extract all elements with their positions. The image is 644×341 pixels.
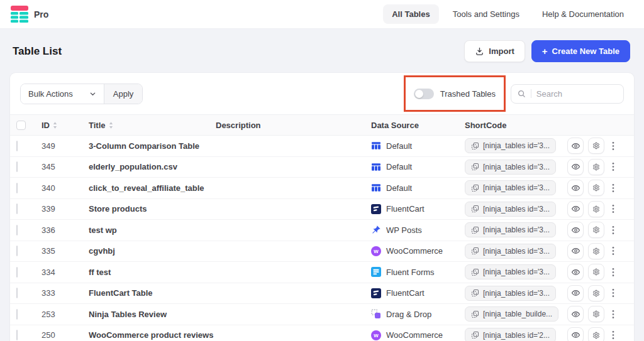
table-row: 345 elderly_population.csv Default [ninj… — [10, 157, 634, 178]
header-title[interactable]: Title — [89, 121, 216, 130]
row-checkbox[interactable] — [16, 288, 18, 298]
shortcode-copy-pill[interactable]: [ninja_table_builde... — [465, 306, 558, 322]
row-source-label: Default — [386, 141, 412, 151]
shortcode-copy-pill[interactable]: [ninja_tables id='2... — [465, 328, 556, 341]
copy-icon — [471, 142, 479, 150]
kebab-menu-icon — [612, 310, 614, 319]
table-list-card: Bulk Actions Apply Trashed Tables — [9, 72, 635, 341]
preview-button[interactable] — [567, 264, 584, 280]
shortcode-text: [ninja_tables id='3... — [483, 225, 550, 234]
more-options-button[interactable] — [609, 327, 618, 341]
row-checkbox[interactable] — [16, 161, 18, 172]
nav-help-documentation[interactable]: Help & Documentation — [533, 4, 633, 24]
more-options-button[interactable] — [609, 285, 618, 301]
settings-button[interactable] — [588, 306, 604, 322]
row-title[interactable]: click_to_reveal_affiliate_table — [89, 183, 216, 193]
apply-button[interactable]: Apply — [104, 84, 143, 104]
more-options-button[interactable] — [609, 180, 618, 196]
gear-icon — [592, 289, 601, 298]
preview-button[interactable] — [567, 306, 584, 322]
more-options-button[interactable] — [609, 222, 618, 238]
row-checkbox[interactable] — [16, 141, 18, 151]
preview-button[interactable] — [567, 222, 584, 238]
trashed-tables-toggle[interactable] — [414, 89, 434, 99]
page-header-actions: Import + Create New Table — [464, 40, 630, 62]
nav-tools-and-settings[interactable]: Tools and Settings — [444, 4, 528, 24]
shortcode-text: [ninja_tables id='3... — [483, 205, 550, 214]
shortcode-copy-pill[interactable]: [ninja_tables id='3... — [465, 160, 556, 175]
shortcode-copy-pill[interactable]: [ninja_tables id='3... — [465, 244, 556, 259]
eye-icon — [571, 330, 580, 340]
row-checkbox[interactable] — [16, 246, 18, 256]
sort-icon[interactable] — [53, 122, 57, 129]
shortcode-copy-pill[interactable]: [ninja_tables id='3... — [465, 180, 556, 195]
import-button[interactable]: Import — [464, 40, 525, 62]
row-title[interactable]: 3-Column Comparison Table — [89, 141, 216, 151]
row-title[interactable]: FluentCart Table — [89, 288, 216, 298]
row-title[interactable]: test wp — [89, 225, 216, 235]
settings-button[interactable] — [588, 243, 604, 259]
kebab-menu-icon — [612, 141, 614, 151]
settings-button[interactable] — [588, 222, 604, 238]
shortcode-copy-pill[interactable]: [ninja_tables id='3... — [465, 138, 556, 153]
kebab-menu-icon — [612, 288, 614, 298]
more-options-button[interactable] — [609, 264, 618, 280]
more-options-button[interactable] — [609, 138, 618, 154]
row-title[interactable]: ff test — [89, 268, 216, 277]
copy-icon — [471, 163, 479, 171]
top-nav: All Tables Tools and Settings Help & Doc… — [383, 4, 633, 24]
row-id: 345 — [42, 162, 89, 171]
shortcode-copy-pill[interactable]: [ninja_tables id='3... — [465, 286, 556, 301]
settings-button[interactable] — [588, 180, 604, 196]
import-button-label: Import — [489, 46, 514, 56]
preview-button[interactable] — [567, 180, 584, 196]
settings-button[interactable] — [588, 264, 604, 280]
row-source-label: FluentCart — [386, 204, 425, 214]
more-options-button[interactable] — [609, 243, 618, 259]
row-title[interactable]: Store products — [89, 204, 216, 214]
bulk-actions-group: Bulk Actions Apply — [20, 84, 143, 104]
row-checkbox[interactable] — [16, 309, 18, 320]
gear-icon — [592, 331, 601, 340]
row-checkbox[interactable] — [16, 225, 18, 235]
row-title[interactable]: Ninja Tables Review — [89, 310, 216, 319]
bulk-actions-select[interactable]: Bulk Actions — [21, 84, 104, 104]
settings-button[interactable] — [588, 327, 604, 341]
table-row: 334 ff test Fluent Forms [ninja_tables i… — [10, 262, 634, 283]
row-checkbox[interactable] — [16, 267, 18, 278]
preview-button[interactable] — [567, 159, 584, 175]
preview-button[interactable] — [567, 327, 584, 341]
settings-button[interactable] — [588, 201, 604, 217]
row-title[interactable]: WooCommerce product reviews — [89, 330, 216, 340]
create-new-table-button[interactable]: + Create New Table — [531, 40, 630, 62]
row-title[interactable]: cgvhbj — [89, 246, 216, 256]
preview-button[interactable] — [567, 243, 584, 259]
preview-button[interactable] — [567, 138, 584, 154]
row-title[interactable]: elderly_population.csv — [89, 162, 216, 171]
table-row: 340 click_to_reveal_affiliate_table Defa… — [10, 178, 634, 199]
more-options-button[interactable] — [609, 201, 618, 217]
header-id[interactable]: ID — [42, 121, 89, 130]
more-options-button[interactable] — [609, 159, 618, 175]
settings-button[interactable] — [588, 138, 604, 154]
settings-button[interactable] — [588, 159, 604, 175]
more-options-button[interactable] — [609, 306, 618, 322]
row-checkbox[interactable] — [16, 330, 18, 340]
settings-button[interactable] — [588, 285, 604, 301]
row-checkbox[interactable] — [16, 203, 18, 214]
shortcode-copy-pill[interactable]: [ninja_tables id='3... — [465, 202, 556, 217]
select-all-checkbox[interactable] — [16, 121, 26, 130]
plus-icon: + — [542, 46, 548, 56]
row-checkbox[interactable] — [16, 183, 18, 193]
sort-icon[interactable] — [109, 122, 113, 129]
shortcode-copy-pill[interactable]: [ninja_tables id='3... — [465, 264, 556, 279]
preview-button[interactable] — [567, 285, 584, 301]
preview-button[interactable] — [567, 201, 584, 217]
copy-icon — [471, 331, 479, 339]
nav-all-tables[interactable]: All Tables — [383, 4, 438, 24]
copy-icon — [471, 247, 479, 255]
brand-pro-label: Pro — [34, 9, 48, 19]
search-input[interactable] — [536, 89, 617, 99]
shortcode-copy-pill[interactable]: [ninja_tables id='3... — [465, 222, 556, 237]
search-box[interactable] — [511, 84, 624, 104]
